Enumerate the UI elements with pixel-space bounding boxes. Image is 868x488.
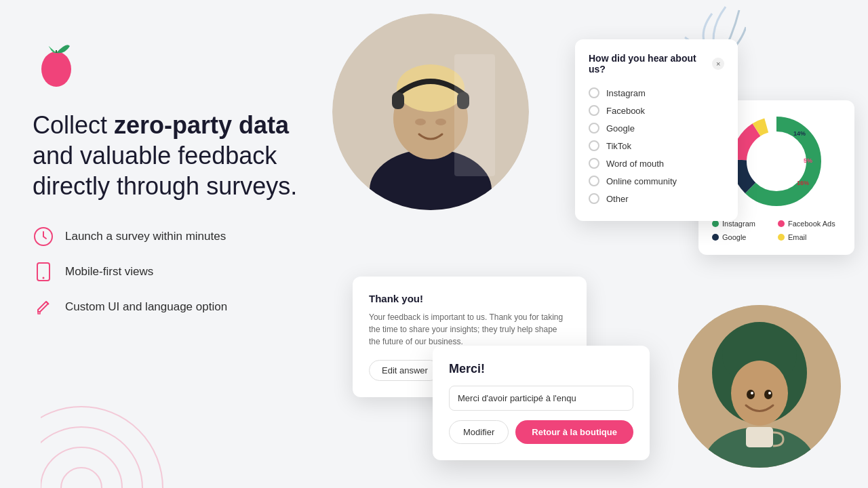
headline: Collect zero-party dataand valuable feed… (33, 110, 331, 201)
radio-facebook[interactable] (589, 105, 599, 116)
survey-option-facebook[interactable]: Facebook (589, 102, 724, 119)
svg-point-1 (41, 427, 142, 488)
person-headphones-image (332, 14, 529, 210)
option-label-google: Google (606, 123, 635, 134)
radio-online-community[interactable] (589, 176, 599, 186)
feature-mobile: Mobile-first views (33, 261, 331, 283)
option-label-facebook: Facebook (606, 106, 645, 116)
radio-instagram[interactable] (589, 87, 599, 98)
survey-card: How did you hear about us? × Instagram F… (575, 39, 738, 221)
donut-chart-svg: 14% 5% 16% (729, 114, 824, 209)
merci-input[interactable] (449, 386, 633, 411)
svg-point-16 (435, 119, 446, 125)
feature-custom-text: Custom UI and language option (65, 300, 227, 314)
legend-label-email: Email (788, 233, 807, 241)
survey-option-tiktok[interactable]: TikTok (589, 137, 724, 155)
legend-facebook-ads: Facebook Ads (778, 220, 841, 228)
thankyou-text: Your feedback is important to us. Thank … (369, 311, 570, 348)
svg-rect-35 (746, 427, 773, 447)
svg-point-31 (764, 390, 772, 399)
merci-title: Merci! (449, 362, 633, 376)
legend-label-google: Google (722, 233, 746, 241)
option-label-online-community: Online community (606, 176, 677, 186)
svg-point-8 (43, 277, 45, 279)
survey-option-other[interactable]: Other (589, 190, 724, 207)
survey-option-word-of-mouth[interactable]: Word of mouth (589, 155, 724, 172)
chart-legend: Instagram Facebook Ads Google Email (712, 220, 841, 241)
headline-bold: zero-party data (114, 111, 289, 139)
person-hijab-image (678, 305, 841, 468)
option-label-instagram: Instagram (606, 88, 646, 98)
survey-card-title: How did you hear about us? (589, 53, 712, 75)
merci-buttons: Modifier Retour à la boutique (449, 420, 633, 444)
legend-dot-facebook-ads (778, 220, 785, 227)
modifier-button[interactable]: Modifier (449, 420, 509, 444)
features-list: Launch a survey within minutes Mobile-fi… (33, 226, 331, 318)
radio-word-of-mouth[interactable] (589, 158, 599, 169)
svg-rect-17 (454, 54, 495, 176)
logo (33, 41, 80, 88)
radio-other[interactable] (589, 193, 599, 204)
survey-card-header: How did you hear about us? × (589, 53, 724, 75)
circles-decoration (41, 352, 231, 488)
radio-google[interactable] (589, 123, 599, 134)
merci-card: Merci! Modifier Retour à la boutique (433, 346, 650, 460)
mobile-icon (33, 261, 54, 283)
legend-email: Email (778, 233, 841, 241)
svg-text:14%: 14% (793, 130, 806, 137)
edit-answer-button[interactable]: Edit answer (369, 360, 441, 381)
feature-launch-text: Launch a survey within minutes (65, 230, 226, 243)
legend-dot-google (712, 234, 719, 241)
feature-launch: Launch a survey within minutes (33, 226, 331, 247)
legend-dot-instagram (712, 220, 719, 227)
radio-tiktok[interactable] (589, 140, 599, 151)
survey-option-google[interactable]: Google (589, 119, 724, 137)
legend-label-facebook-ads: Facebook Ads (788, 220, 835, 228)
svg-point-3 (61, 468, 102, 488)
retour-button[interactable]: Retour à la boutique (515, 420, 633, 444)
svg-text:5%: 5% (804, 157, 812, 164)
feature-mobile-text: Mobile-first views (65, 265, 153, 279)
svg-point-0 (41, 407, 163, 488)
survey-close-button[interactable]: × (712, 58, 724, 70)
svg-rect-13 (392, 92, 404, 109)
svg-point-32 (751, 392, 753, 394)
legend-dot-email (778, 234, 785, 241)
svg-point-15 (415, 119, 426, 125)
left-section: Collect zero-party dataand valuable feed… (33, 41, 331, 318)
option-label-word-of-mouth: Word of mouth (606, 159, 664, 169)
survey-option-instagram[interactable]: Instagram (589, 84, 724, 102)
svg-point-30 (747, 390, 755, 399)
option-label-other: Other (606, 194, 629, 204)
survey-option-online-community[interactable]: Online community (589, 172, 724, 190)
svg-point-29 (731, 361, 788, 426)
feature-custom: Custom UI and language option (33, 296, 331, 318)
svg-text:16%: 16% (797, 180, 809, 186)
thankyou-title: Thank you! (369, 293, 570, 304)
svg-point-33 (768, 392, 771, 394)
option-label-tiktok: TikTok (606, 141, 631, 151)
launch-icon (33, 226, 54, 247)
pencil-icon (33, 296, 54, 318)
svg-point-4 (41, 52, 71, 87)
legend-google: Google (712, 233, 775, 241)
survey-options-list: Instagram Facebook Google TikTok Word of… (589, 84, 724, 207)
